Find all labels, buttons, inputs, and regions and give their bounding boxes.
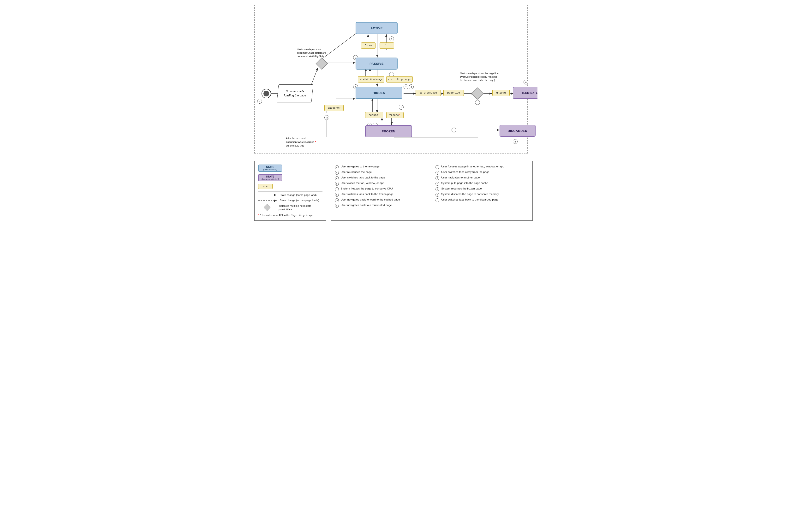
label-h: h — [475, 100, 480, 105]
desc-circle-l: l — [435, 193, 439, 197]
desc-text-a: User navigates to the new page — [341, 165, 380, 168]
legend-right: a User navigates to the new page b User … — [331, 161, 533, 221]
desc-circle-n: n — [435, 198, 439, 202]
legend-state-browser-box: STATE (browser-initiated) — [258, 174, 282, 181]
start-node — [261, 89, 271, 98]
note-pagehide-depends: Next state depends on the pagehide event… — [460, 72, 508, 82]
event-resume: resume* — [365, 112, 383, 118]
event-visibilitychange-1: visibilitychange — [358, 76, 384, 83]
desc-text-l: System discards the page to conserve mem… — [441, 193, 499, 196]
desc-text-o: User navigates back to a terminated page — [341, 204, 392, 206]
note-after-load: After the next load, document.wasDiscard… — [286, 137, 328, 148]
legend-item-user-state: STATE (user-initiated) — [258, 164, 322, 172]
desc-item-j: j System resumes the frozen page — [435, 186, 529, 192]
desc-item-l: l System discards the page to conserve m… — [435, 192, 529, 197]
main-container: a Browser startsloading the page Next st… — [250, 0, 537, 225]
state-passive: PASSIVE — [356, 58, 398, 70]
desc-item-i: i System freezes the page to conserve CP… — [335, 186, 428, 192]
diamond-state — [316, 58, 328, 70]
event-visibilitychange-2: visibilitychange — [386, 76, 413, 83]
desc-text-j: System resumes the frozen page — [441, 187, 482, 190]
description-grid: a User navigates to the new page b User … — [335, 164, 529, 208]
label-d: d — [389, 72, 394, 77]
desc-circle-f: f — [435, 176, 439, 180]
desc-item-a: a User navigates to the new page — [335, 164, 428, 170]
diagram-area: a Browser startsloading the page Next st… — [254, 5, 528, 154]
desc-item-b: b User focuses a page in another tab, wi… — [435, 164, 529, 170]
legend-line-solid-label: State change (same page load) — [280, 194, 317, 196]
desc-text-i: System freezes the page to conserve CPU — [341, 187, 393, 190]
event-focus: focus — [361, 42, 376, 49]
diamond-pagehide — [471, 88, 484, 100]
label-o: o — [524, 80, 528, 84]
desc-text-g: User closes the tab, window, or app — [341, 182, 384, 184]
legend-item-line-dashed: State change (across page loads) — [258, 199, 322, 202]
label-g: g — [409, 84, 414, 89]
legend-line-dashed-label: State change (across page loads) — [280, 199, 319, 202]
legend-container: STATE (user-initiated) STATE (browser-in… — [254, 161, 533, 221]
desc-item-k: k User switches tabs back to the frozen … — [335, 192, 428, 197]
desc-item-n: n User switches tabs back to the discard… — [435, 198, 529, 203]
event-pageshow: pageshow — [324, 105, 344, 111]
desc-circle-j: j — [435, 187, 439, 191]
legend-line-dashed — [258, 200, 277, 201]
state-discarded: DISCARDED — [499, 125, 535, 137]
state-active: ACTIVE — [356, 22, 398, 34]
desc-item-f: f User navigates to another page — [435, 176, 529, 181]
desc-text-f: User navigates to another page — [441, 176, 480, 179]
legend-state-user-box: STATE (user-initiated) — [258, 164, 282, 172]
desc-circle-d: d — [435, 171, 439, 175]
state-frozen: FROZEN — [365, 125, 412, 137]
desc-item-h: h System puts page into the page cache — [435, 181, 529, 186]
legend-event-box: event — [258, 184, 273, 189]
note-state-depends: Next state depends on document.hasFocus(… — [297, 48, 334, 58]
event-blur: blur — [380, 42, 394, 49]
legend-item-event: event — [258, 184, 322, 189]
label-i: i — [399, 105, 404, 110]
desc-item-g: g User closes the tab, window, or app — [335, 181, 428, 186]
desc-text-m: User navigates back/forward to the cache… — [341, 198, 400, 201]
state-terminated: TERMINATED — [513, 87, 537, 99]
desc-circle-c: c — [335, 171, 339, 175]
legend-item-diamond: Indicates multiple next-state possibilit… — [258, 204, 322, 211]
desc-text-c: User re-focuses the page — [341, 171, 372, 173]
label-b: b — [389, 37, 394, 41]
desc-text-e: User switches tabs back to the page — [341, 176, 385, 179]
desc-text-n: User switches tabs back to the discarded… — [441, 198, 498, 201]
browser-loading-box: Browser startsloading the page — [277, 84, 313, 103]
label-a: a — [257, 99, 262, 104]
desc-circle-k: k — [335, 193, 339, 197]
legend-left: STATE (user-initiated) STATE (browser-in… — [254, 161, 326, 221]
legend-item-browser-state: STATE (browser-initiated) — [258, 174, 322, 181]
legend-red-star-note: * * Indicates new API in the Page Lifecy… — [258, 214, 322, 217]
event-beforeunload: beforeunload — [416, 90, 441, 96]
desc-circle-m: m — [335, 198, 339, 202]
desc-circle-h: h — [435, 182, 439, 186]
desc-circle-e: e — [335, 176, 339, 180]
desc-text-b: User focuses a page in another tab, wind… — [441, 165, 504, 168]
legend-diamond — [264, 204, 271, 211]
desc-text-k: User switches tabs back to the frozen pa… — [341, 193, 394, 196]
label-f: f — [404, 84, 408, 89]
desc-item-m: m User navigates back/forward to the cac… — [335, 198, 428, 203]
label-l: l — [451, 128, 456, 132]
desc-text-d: User switches tabs away from the page — [441, 171, 489, 173]
legend-item-line-solid: State change (same page load) — [258, 194, 322, 196]
desc-circle-i: i — [335, 187, 339, 191]
label-n: n — [513, 139, 517, 144]
event-pagehide: pagehide — [443, 90, 464, 96]
legend-line-solid — [258, 195, 277, 195]
desc-item-c: c User re-focuses the page — [335, 170, 428, 175]
desc-circle-o: o — [335, 204, 339, 208]
desc-item-d: d User switches tabs away from the page — [435, 170, 529, 175]
desc-circle-g: g — [335, 182, 339, 186]
label-m: m — [324, 115, 329, 120]
desc-item-e: e User switches tabs back to the page — [335, 176, 428, 181]
desc-circle-b: b — [435, 165, 439, 169]
desc-circle-a: a — [335, 165, 339, 169]
desc-item-o: o User navigates back to a terminated pa… — [335, 203, 428, 208]
desc-text-h: System puts page into the page cache — [441, 182, 488, 184]
state-hidden: HIDDEN — [356, 87, 402, 99]
legend-diamond-label: Indicates multiple next-state possibilit… — [279, 204, 322, 211]
event-freeze: freeze* — [386, 112, 404, 118]
